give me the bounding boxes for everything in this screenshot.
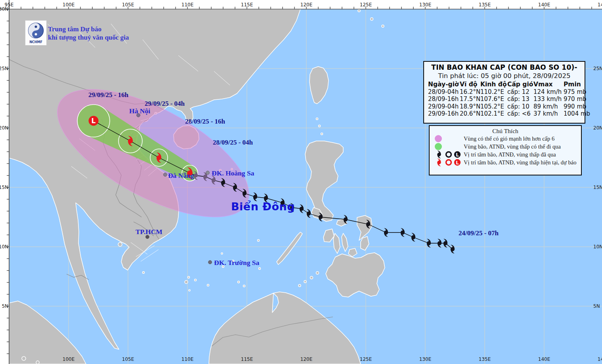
past-typhoon-icon [437,151,441,158]
city-marker [206,171,210,175]
table-cell: 110.2°E [480,88,507,96]
forecast-depression-icon [446,160,451,165]
lat-label-left: 20N [0,125,8,131]
svg-text:L: L [456,152,459,158]
table-cell: 89 km/h [533,103,564,111]
legend-row-pink: Vùng có thể có gió mạnh lớn hơn cấp 6 [430,135,581,143]
table-cell: 105.2°E [480,103,507,111]
table-cell: 17.5°N [460,95,480,103]
table-cell: 37 km/h [533,110,564,118]
table-cell: 28/09-04h [428,88,460,96]
legend-box: Chú Thích Vùng có thể có gió mạnh lớn hơ… [429,125,582,175]
forecast-table-row: 29/09-16h20.6°N102.1°Ecấp: <637 km/h1004… [428,110,585,118]
lat-label-right: 10N [593,244,602,250]
lon-label-top: 140E [538,2,550,8]
table-cell: 29/09-16h [428,110,460,118]
lat-label-right: 15N [593,185,602,190]
org-name-line1: Trung tâm Dự báo [48,25,129,33]
lon-label-top: 135E [479,2,491,8]
nchmf-logo: NCHMF [25,20,47,46]
table-cell: 29/09-04h [428,103,460,111]
lon-label-bottom: 100E [63,356,75,362]
bulletin-issued-time: Tin phát lúc: 05 giờ 00 phút, 28/09/2025 [424,72,585,80]
lon-label-bottom: 140E [538,356,550,362]
track-date-label: 29/09/25 - 04h [145,100,185,107]
table-cell: 102.1°E [480,110,507,118]
storm-bulletin-box: TIN BAO KHAN CAP (CON BAO SO 10)- Tin ph… [423,61,585,124]
legend-row-forecast: L Vị trí tâm bão, ATNĐ, vùng thấp hiện t… [430,159,581,167]
bulletin-title: TIN BAO KHAN CAP (CON BAO SO 10)- [424,63,585,71]
legend-title: Chú Thích [430,128,581,135]
lat-label-left: 30N [0,6,8,12]
lon-label-bottom: 105E [122,356,134,362]
lon-label-top: 105E [122,2,134,8]
table-cell: 107.6°E [480,95,507,103]
forecast-typhoon-icon [437,158,441,166]
track-date-label: 29/09/25 - 16h [88,91,129,99]
lon-label-top: 110E [182,2,194,8]
svg-text:L: L [456,160,459,166]
lon-label-top: 120E [300,2,313,8]
table-cell: 20.6°N [460,110,480,118]
svg-text:L: L [92,117,96,125]
left-margin [0,0,9,364]
pink-area-icon [435,135,442,142]
forecast-table-row: 28/09-16h17.5°N107.6°Ecấp: 13133 km/h970… [428,95,585,103]
table-cell: Cấp gió [507,81,533,88]
lon-label-bottom: 120E [300,356,313,362]
lon-label-bottom: 125E [360,356,372,362]
org-name: Trung tâm Dự báo khí tượng thuỷ văn quốc… [48,25,129,42]
table-cell: 28/09-16h [428,95,460,103]
lat-label-left: 5N [2,303,8,309]
forecast-table-row: 29/09-04h18.9°N105.2°Ecấp: 1089 km/h990 … [428,103,585,111]
weather-map-screen: 25N20N15N10N5N100E105E110E115E120E125E13… [0,0,602,364]
table-cell: Kinh độ [480,81,507,88]
table-cell: Ngày-giờ [428,81,460,88]
storm-track-map: 25N20N15N10N5N100E105E110E115E120E125E13… [0,0,602,364]
lon-label-top: 145E [598,2,602,8]
table-cell: cấp: 10 [507,103,533,111]
lat-label-left: 15N [0,185,8,190]
city-label: Đà Nẵng [168,172,194,179]
table-cell: 970 mb [564,95,586,103]
track-date-label: 28/09/25 - 04h [213,139,253,146]
lon-label-bottom: 110E [182,356,194,362]
lon-label-bottom: 145E [598,356,602,362]
table-cell: 1004 mb [564,110,586,118]
forecast-low-icon: L [89,116,99,126]
lat-label-right: 20N [593,125,602,131]
lon-label-top: 125E [360,2,372,8]
table-cell: 990 mb [564,103,586,111]
track-date-label: 28/09/25 - 16h [185,118,226,125]
table-cell: Vĩ độ [460,81,480,88]
table-cell: cấp: <6 [507,110,533,118]
forecast-table-header: Ngày-giờVĩ độKinh độCấp gióVmaxPmin [428,81,585,88]
city-label: TP.HCM [136,228,162,236]
lon-label-bottom: 115E [241,356,253,362]
org-name-line2: khí tượng thuỷ văn quốc gia [48,33,129,42]
track-date-label: 24/09/25 - 07h [459,229,499,237]
green-area-icon [435,143,442,150]
forecast-table: Ngày-giờVĩ độKinh độCấp gióVmaxPmin28/09… [428,81,585,118]
legend-label: Vị trí tâm bão, ATNĐ, vùng thấp đã qua [464,151,556,158]
sea-name-label: Biển Đông [231,200,295,213]
table-cell: Vmax [533,81,564,88]
lon-label-top: 115E [241,2,253,8]
lat-label-right: 25N [593,66,602,71]
legend-label: Vùng có thể có gió mạnh lớn hơn cấp 6 [464,135,554,142]
city-marker [208,261,212,264]
city-marker [163,173,167,176]
lat-label-left: 10N [0,244,8,250]
city-label: ĐK. Trường Sa [214,259,260,267]
table-cell: 124 km/h [533,88,564,96]
forecast-table-row: 28/09-04h16.2°N110.2°Ecấp: 12124 km/h975… [428,88,585,96]
lon-label-top: 130E [419,2,432,8]
logo-text: NCHMF [29,40,42,44]
past-depression-icon [446,152,451,157]
lon-label-top: 100E [63,2,75,8]
legend-label: Vùng bão, ATNĐ, vùng thấp có thể đi qua [464,143,561,150]
table-cell: 975 mb [564,88,586,96]
table-cell: 133 km/h [533,95,564,103]
lon-label-bottom: 135E [479,356,491,362]
sea-name: Biển Đông [231,200,295,213]
